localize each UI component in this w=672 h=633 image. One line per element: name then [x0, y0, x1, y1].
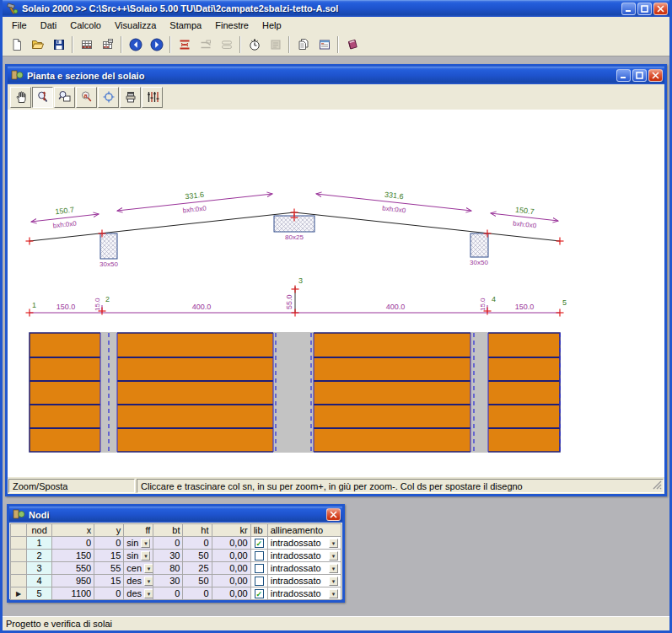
cell-lib[interactable]: [250, 562, 267, 575]
section-view-button[interactable]: [174, 35, 195, 55]
cell-nod[interactable]: 5: [27, 587, 52, 600]
cell-y[interactable]: 15: [94, 575, 124, 587]
lib-checkbox[interactable]: [255, 564, 264, 573]
cell-allineamento[interactable]: intradossato▾: [267, 575, 341, 587]
row-selector[interactable]: ▶: [11, 587, 27, 600]
child-minimize-button[interactable]: [616, 69, 631, 82]
help-book-button[interactable]: [341, 35, 363, 55]
display-options-button[interactable]: [142, 87, 163, 108]
lib-checkbox[interactable]: [255, 551, 264, 561]
cell-ff[interactable]: sin▾: [124, 537, 153, 550]
center-view-button[interactable]: [98, 87, 119, 108]
child-close-button[interactable]: [648, 69, 663, 82]
cell-bt[interactable]: 80: [153, 562, 183, 575]
lib-checkbox[interactable]: ✓: [255, 589, 264, 598]
close-button[interactable]: [653, 3, 668, 15]
ff-dropdown-arrow[interactable]: ▾: [144, 564, 153, 573]
cell-y[interactable]: 55: [94, 562, 124, 575]
row-selector[interactable]: [11, 575, 27, 587]
allineamento-dropdown-arrow[interactable]: ▾: [329, 577, 338, 586]
menu-help[interactable]: Help: [255, 19, 288, 32]
column-header-nod[interactable]: nod: [27, 524, 52, 537]
cell-kr[interactable]: 0,00: [212, 575, 250, 587]
nodes-close-button[interactable]: [326, 508, 341, 521]
cell-lib[interactable]: [250, 575, 267, 587]
cell-kr[interactable]: 0,00: [212, 550, 250, 562]
cell-ff[interactable]: cen▾: [124, 562, 153, 575]
ff-dropdown-arrow[interactable]: ▾: [141, 539, 150, 548]
row-selector[interactable]: [11, 550, 27, 562]
cell-x[interactable]: 950: [52, 575, 94, 587]
cell-x[interactable]: 0: [52, 537, 94, 550]
cell-ht[interactable]: 0: [183, 537, 212, 550]
cell-y[interactable]: 0: [94, 537, 124, 550]
cell-y[interactable]: 0: [94, 587, 124, 600]
menu-dati[interactable]: Dati: [34, 19, 64, 32]
drawing-canvas[interactable]: 30x50 80x25 30x50 150.7 bxh:0x0: [8, 110, 664, 477]
cell-x[interactable]: 550: [52, 562, 94, 575]
cell-lib[interactable]: [250, 550, 267, 562]
menu-file[interactable]: File: [5, 19, 34, 32]
child-maximize-button[interactable]: [632, 69, 647, 82]
table-nodes-button[interactable]: [76, 35, 97, 55]
back-button[interactable]: [125, 35, 146, 55]
column-header-lib[interactable]: lib: [250, 524, 267, 537]
maximize-button[interactable]: [637, 3, 652, 15]
allineamento-dropdown-arrow[interactable]: ▾: [329, 564, 338, 573]
zoom-extents-button[interactable]: a: [76, 87, 97, 108]
menu-stampa[interactable]: Stampa: [163, 19, 208, 32]
minimize-button[interactable]: [621, 3, 636, 15]
new-document-button[interactable]: [6, 35, 27, 55]
cell-kr[interactable]: 0,00: [212, 537, 250, 550]
cell-bt[interactable]: 30: [153, 550, 183, 562]
cell-kr[interactable]: 0,00: [212, 562, 250, 575]
cell-ht[interactable]: 50: [183, 550, 212, 562]
column-header-allineamento[interactable]: allineamento: [267, 524, 341, 537]
ff-dropdown-arrow[interactable]: ▾: [144, 577, 153, 586]
cell-nod[interactable]: 4: [27, 575, 52, 587]
cell-nod[interactable]: 3: [27, 562, 52, 575]
cell-lib[interactable]: ✓: [250, 587, 267, 600]
cell-bt[interactable]: 30: [153, 575, 183, 587]
column-header-x[interactable]: x: [52, 524, 94, 537]
menu-visualizza[interactable]: Visualizza: [108, 19, 163, 32]
cell-allineamento[interactable]: intradossato▾: [267, 562, 341, 575]
cell-ht[interactable]: 0: [183, 587, 212, 600]
cell-ht[interactable]: 25: [183, 562, 212, 575]
cell-ff[interactable]: des▾: [124, 575, 153, 587]
cell-allineamento[interactable]: intradossato▾: [267, 537, 341, 550]
cell-x[interactable]: 150: [52, 550, 94, 562]
copy-report-button[interactable]: [293, 35, 314, 55]
zoom-window-button[interactable]: [54, 87, 75, 108]
cell-allineamento[interactable]: intradossato▾: [267, 550, 341, 562]
cell-bt[interactable]: 0: [153, 537, 183, 550]
save-button[interactable]: [48, 35, 69, 55]
cell-nod[interactable]: 1: [27, 537, 52, 550]
cell-ff[interactable]: sin▾: [124, 550, 153, 562]
cell-ff[interactable]: des▾: [124, 587, 153, 600]
lib-checkbox[interactable]: [255, 577, 264, 586]
menu-calcolo[interactable]: Calcolo: [63, 19, 108, 32]
lib-checkbox[interactable]: ✓: [255, 539, 264, 548]
cell-bt[interactable]: 0: [153, 587, 183, 600]
cell-x[interactable]: 1100: [52, 587, 94, 600]
row-selector[interactable]: [11, 562, 27, 575]
allineamento-dropdown-arrow[interactable]: ▾: [329, 539, 338, 548]
ff-dropdown-arrow[interactable]: ▾: [141, 551, 150, 561]
report-window-button[interactable]: [314, 35, 335, 55]
menu-finestre[interactable]: Finestre: [208, 19, 255, 32]
resize-grip[interactable]: [653, 480, 662, 491]
cell-kr[interactable]: 0,00: [212, 587, 250, 600]
pan-hand-button[interactable]: [10, 87, 31, 108]
open-file-button[interactable]: [27, 35, 48, 55]
cell-nod[interactable]: 2: [27, 550, 52, 562]
allineamento-dropdown-arrow[interactable]: ▾: [329, 589, 338, 598]
cell-ht[interactable]: 50: [183, 575, 212, 587]
column-header-bt[interactable]: bt: [153, 524, 183, 537]
column-header-ff[interactable]: ff: [124, 524, 153, 537]
print-button[interactable]: [120, 87, 141, 108]
column-header-ht[interactable]: ht: [183, 524, 212, 537]
forward-button[interactable]: [146, 35, 167, 55]
cell-lib[interactable]: ✓: [250, 537, 267, 550]
column-header-y[interactable]: y: [94, 524, 124, 537]
